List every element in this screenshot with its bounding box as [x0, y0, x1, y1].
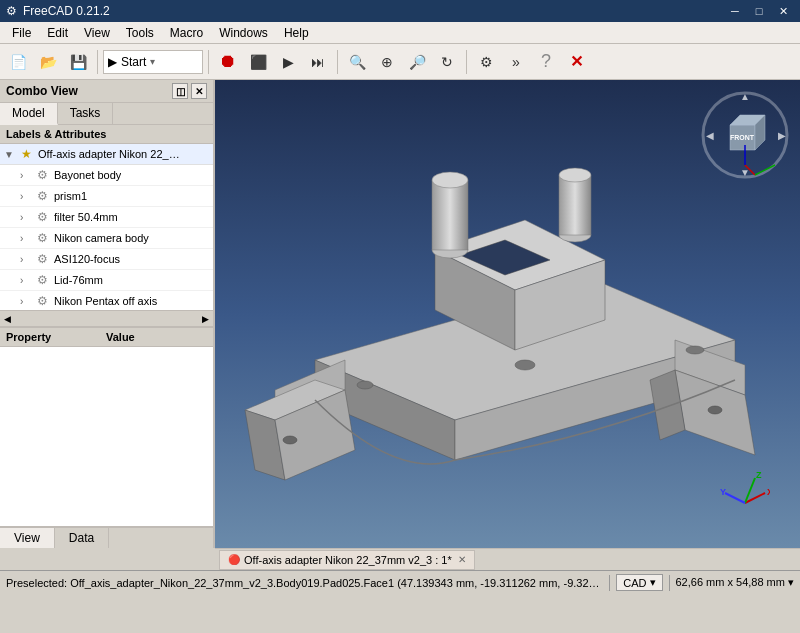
toolbar: 📄 📂 💾 ▶ Start ▾ ⏺ ⬛ ▶ ⏭ 🔍 ⊕ 🔎 ↻ ⚙ » ? ✕: [0, 44, 800, 80]
scroll-right: ▶: [202, 314, 209, 324]
svg-text:Y: Y: [720, 487, 726, 497]
item-label: ASI120-focus: [54, 253, 120, 265]
menu-tools[interactable]: Tools: [118, 24, 162, 42]
root-icon: ★: [18, 146, 34, 162]
workbench-label: Start: [121, 55, 146, 69]
list-item[interactable]: › ⚙ Nikon Pentax off axis: [0, 291, 213, 310]
menu-file[interactable]: File: [4, 24, 39, 42]
list-item[interactable]: › ⚙ ASI120-focus: [0, 249, 213, 270]
tab-data[interactable]: Data: [55, 528, 109, 548]
zoom-fit-button[interactable]: ⊕: [373, 48, 401, 76]
open-file-button[interactable]: 📂: [34, 48, 62, 76]
rotate-button[interactable]: ↻: [433, 48, 461, 76]
svg-text:X: X: [767, 487, 770, 497]
item-arrow: ›: [20, 212, 34, 223]
tab-close-button[interactable]: ✕: [458, 554, 466, 565]
new-file-button[interactable]: 📄: [4, 48, 32, 76]
save-file-button[interactable]: 💾: [64, 48, 92, 76]
dropdown-arrow: ▾: [150, 56, 155, 67]
menu-view[interactable]: View: [76, 24, 118, 42]
status-bar: Preselected: Off_axis_adapter_Nikon_22_3…: [0, 570, 800, 594]
item-arrow: ›: [20, 170, 34, 181]
root-arrow: ▼: [4, 149, 18, 160]
menu-macro[interactable]: Macro: [162, 24, 211, 42]
axes-svg: X Z Y: [720, 468, 770, 518]
item-arrow: ›: [20, 191, 34, 202]
tree-area[interactable]: ▼ ★ Off-axis adapter Nikon 22_37m › ⚙ Ba…: [0, 144, 213, 310]
status-separator: [609, 575, 610, 591]
left-panel: Combo View ◫ ✕ Model Tasks Labels & Attr…: [0, 80, 215, 548]
play-button[interactable]: ▶: [274, 48, 302, 76]
svg-point-22: [686, 346, 704, 354]
property-content: [0, 347, 213, 526]
workbench-dropdown[interactable]: ▶ Start ▾: [103, 50, 203, 74]
settings-button[interactable]: ⚙: [472, 48, 500, 76]
app-icon: ⚙: [6, 4, 17, 18]
list-item[interactable]: › ⚙ filter 50.4mm: [0, 207, 213, 228]
svg-line-42: [725, 493, 745, 503]
viewport-tabs: 🔴 Off-axis adapter Nikon 22_37mm v2_3 : …: [215, 548, 800, 570]
item-icon: ⚙: [34, 167, 50, 183]
tab-view[interactable]: View: [0, 528, 55, 548]
panel-tabs: Model Tasks: [0, 103, 213, 125]
list-item[interactable]: › ⚙ Nikon camera body: [0, 228, 213, 249]
tree-root-item[interactable]: ▼ ★ Off-axis adapter Nikon 22_37m: [0, 144, 213, 165]
item-arrow: ›: [20, 275, 34, 286]
scroll-bar[interactable]: ◀ ▶: [0, 310, 213, 326]
svg-text:▲: ▲: [740, 91, 750, 102]
list-item[interactable]: › ⚙ prism1: [0, 186, 213, 207]
value-col-header: Value: [106, 331, 135, 343]
cad-badge[interactable]: CAD ▾: [616, 574, 662, 591]
combo-close-button[interactable]: ✕: [191, 83, 207, 99]
menu-windows[interactable]: Windows: [211, 24, 276, 42]
main-layout: Combo View ◫ ✕ Model Tasks Labels & Attr…: [0, 80, 800, 548]
dimensions-text: 62,66 mm x 54,88 mm ▾: [676, 576, 795, 589]
item-icon: ⚙: [34, 209, 50, 225]
property-header: Property Value: [0, 328, 213, 347]
dimensions-display[interactable]: 62,66 mm x 54,88 mm ▾: [676, 576, 795, 589]
svg-text:FRONT: FRONT: [730, 134, 755, 141]
list-item[interactable]: › ⚙ Bayonet body: [0, 165, 213, 186]
list-item[interactable]: › ⚙ Lid-76mm: [0, 270, 213, 291]
svg-point-23: [357, 381, 373, 389]
item-icon: ⚙: [34, 230, 50, 246]
record-button[interactable]: ⏺: [214, 48, 242, 76]
toolbar-separator-1: [97, 50, 98, 74]
svg-text:▶: ▶: [778, 130, 786, 141]
svg-point-17: [432, 172, 468, 188]
viewport-tab[interactable]: 🔴 Off-axis adapter Nikon 22_37mm v2_3 : …: [219, 550, 475, 570]
item-label: Nikon camera body: [54, 232, 149, 244]
minimize-button[interactable]: ─: [724, 2, 746, 20]
viewport[interactable]: ▲ ▼ ◀ ▶ FRONT X: [215, 80, 800, 548]
combo-pin-button[interactable]: ◫: [172, 83, 188, 99]
zoom-in-button[interactable]: 🔍: [343, 48, 371, 76]
maximize-button[interactable]: □: [748, 2, 770, 20]
item-arrow: ›: [20, 233, 34, 244]
combo-view-controls: ◫ ✕: [172, 83, 207, 99]
svg-rect-16: [432, 180, 468, 250]
toolbar-separator-4: [466, 50, 467, 74]
item-label: Nikon Pentax off axis: [54, 295, 157, 307]
more-button[interactable]: »: [502, 48, 530, 76]
item-icon: ⚙: [34, 293, 50, 309]
tab-tasks[interactable]: Tasks: [58, 103, 114, 124]
tab-icon: 🔴: [228, 554, 240, 565]
close-button[interactable]: ✕: [772, 2, 794, 20]
app-title-text: FreeCAD 0.21.2: [23, 4, 110, 18]
menu-help[interactable]: Help: [276, 24, 317, 42]
navigation-cube[interactable]: ▲ ▼ ◀ ▶ FRONT: [700, 90, 790, 180]
menu-edit[interactable]: Edit: [39, 24, 76, 42]
toolbar-separator-3: [337, 50, 338, 74]
status-separator-2: [669, 575, 670, 591]
svg-point-20: [559, 168, 591, 182]
tab-model[interactable]: Model: [0, 103, 58, 125]
svg-text:Z: Z: [756, 470, 762, 480]
stop-button[interactable]: ⬛: [244, 48, 272, 76]
help-button[interactable]: ?: [532, 48, 560, 76]
title-bar: ⚙ FreeCAD 0.21.2 ─ □ ✕: [0, 0, 800, 22]
item-arrow: ›: [20, 296, 34, 307]
step-button[interactable]: ⏭: [304, 48, 332, 76]
zoom-out-button[interactable]: 🔎: [403, 48, 431, 76]
svg-point-24: [283, 436, 297, 444]
close-toolbar-button[interactable]: ✕: [562, 48, 590, 76]
